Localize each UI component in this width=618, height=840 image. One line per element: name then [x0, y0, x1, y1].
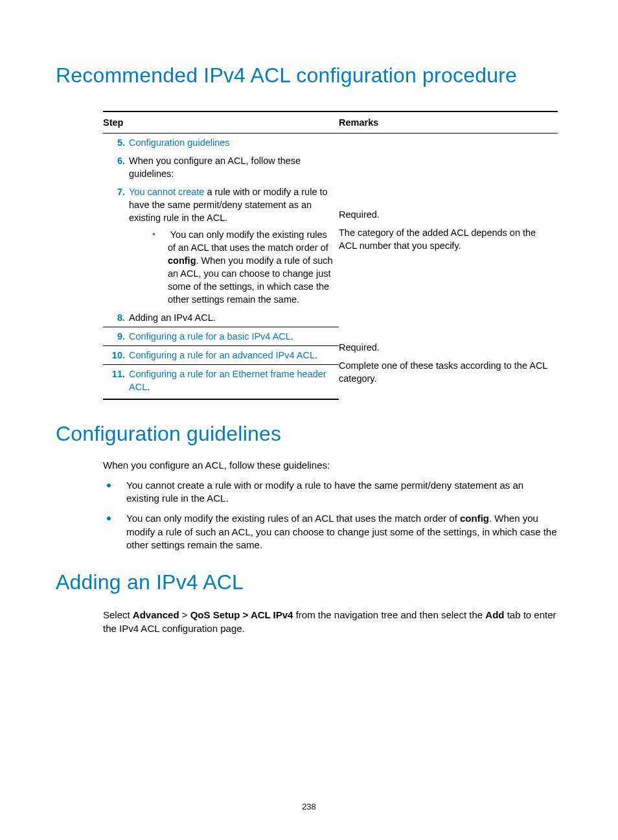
step-number: 9. [117, 331, 125, 342]
nav-qos-acl: QoS Setup > ACL IPv4 [190, 609, 293, 620]
list-item: You can only modify the existing rules o… [168, 228, 335, 306]
step-number: 10. [112, 350, 125, 360]
nav-advanced: Advanced [133, 609, 179, 620]
procedure-table: Step Remarks 5. Configuration guidelines… [103, 111, 558, 400]
heading-config-guidelines: Configuration guidelines [56, 422, 562, 446]
bullet-text: You can only modify the existing rules o… [168, 229, 328, 253]
table-row: 9. Configuring a rule for a basic IPv4 A… [103, 327, 558, 346]
adding-paragraph: Select Advanced > QoS Setup > ACL IPv4 f… [103, 609, 558, 635]
text: from the navigation tree and then select… [293, 609, 485, 620]
step-number: 8. [117, 312, 125, 323]
heading-adding-acl: Adding an IPv4 ACL [56, 570, 562, 594]
step-dot: . [147, 382, 150, 392]
bullet-bold: config [168, 255, 196, 266]
guidelines-intro: When you configure an ACL, follow these … [103, 459, 558, 472]
table-header-step: Step [103, 111, 339, 134]
table-header-remarks: Remarks [339, 111, 558, 134]
step-link-config-guidelines[interactable]: Configuration guidelines [129, 137, 230, 148]
step-number: 6. [117, 156, 125, 166]
tab-add: Add [485, 609, 504, 620]
guideline-text: You cannot create a rule with or modify … [126, 480, 523, 504]
remarks-required: Required. [339, 341, 554, 354]
step-dot: . [315, 350, 317, 360]
guideline-bold: config [460, 513, 489, 524]
page-number: 238 [0, 802, 618, 811]
table-row: 5. Configuration guidelines Required. Th… [103, 134, 558, 152]
step-link-basic-rule[interactable]: Configuring a rule for a basic IPv4 ACL [129, 331, 291, 342]
remarks-complete-one: Complete one of these tasks according to… [339, 359, 554, 385]
step-number: 7. [117, 187, 125, 197]
step-number: 5. [117, 137, 125, 148]
remarks-category: The category of the added ACL depends on… [339, 226, 554, 252]
text: > [179, 609, 190, 620]
list-item: You can only modify the existing rules o… [126, 512, 558, 552]
step-text: When you configure an ACL, follow these … [129, 152, 339, 183]
step-text: Adding an IPv4 ACL. [129, 309, 339, 327]
step-link-advanced-rule[interactable]: Configuring a rule for an advanced IPv4 … [129, 350, 315, 360]
guideline-text: You can only modify the existing rules o… [126, 513, 460, 524]
heading-recommended-procedure: Recommended IPv4 ACL configuration proce… [56, 64, 562, 88]
text: Select [103, 609, 133, 620]
step-link-ethernet-rule[interactable]: Configuring a rule for an Ethernet frame… [129, 369, 326, 392]
step-number: 11. [112, 369, 125, 379]
list-item: You cannot create a rule with or modify … [126, 479, 558, 506]
remarks-required: Required. [339, 208, 554, 221]
step-dot: . [291, 331, 293, 342]
step-link-cannot-create[interactable]: You cannot create [129, 187, 204, 197]
